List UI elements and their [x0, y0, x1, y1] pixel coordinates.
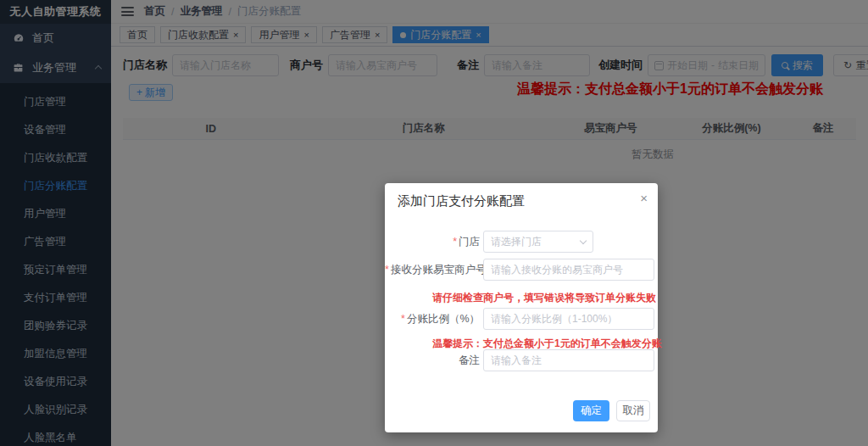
split-ratio-input[interactable] — [483, 308, 654, 330]
modal-remark-input[interactable] — [483, 349, 654, 371]
cancel-button[interactable]: 取消 — [616, 400, 650, 421]
merchant-field-row: *接收分账易宝商户号 — [385, 259, 654, 281]
ratio-field-row: *分账比例（%） — [385, 308, 654, 330]
chevron-down-icon — [580, 237, 587, 243]
confirm-button[interactable]: 确定 — [573, 400, 609, 421]
store-select-placeholder: 请选择门店 — [491, 235, 581, 249]
ratio-field-label: *分账比例（%） — [385, 312, 480, 326]
store-field-row: *门店 请选择门店 — [385, 231, 593, 253]
remark-field-label: 备注 — [385, 354, 480, 368]
required-star: * — [401, 313, 405, 325]
remark-field-row: 备注 — [385, 349, 654, 371]
required-star: * — [385, 264, 389, 276]
add-split-config-dialog: 添加门店支付分账配置 × *门店 请选择门店 *接收分账易宝商户号 请仔细检查商… — [385, 183, 658, 432]
merchant-field-label: *接收分账易宝商户号 — [385, 263, 480, 277]
dialog-title: 添加门店支付分账配置 — [398, 193, 525, 209]
store-field-label: *门店 — [385, 235, 480, 249]
required-star: * — [453, 236, 457, 248]
close-icon[interactable]: × — [640, 192, 648, 204]
store-select[interactable]: 请选择门店 — [483, 231, 593, 253]
merchant-number-input[interactable] — [483, 259, 654, 281]
merchant-check-hint: 请仔细检查商户号，填写错误将导致订单分账失败 — [432, 291, 624, 305]
